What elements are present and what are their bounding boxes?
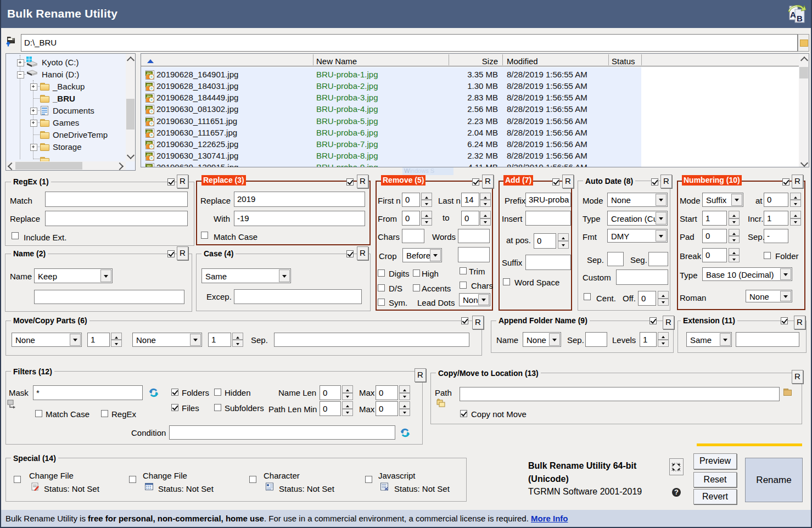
svg-text:A: A (790, 10, 796, 19)
svg-text:B: B (797, 14, 803, 23)
